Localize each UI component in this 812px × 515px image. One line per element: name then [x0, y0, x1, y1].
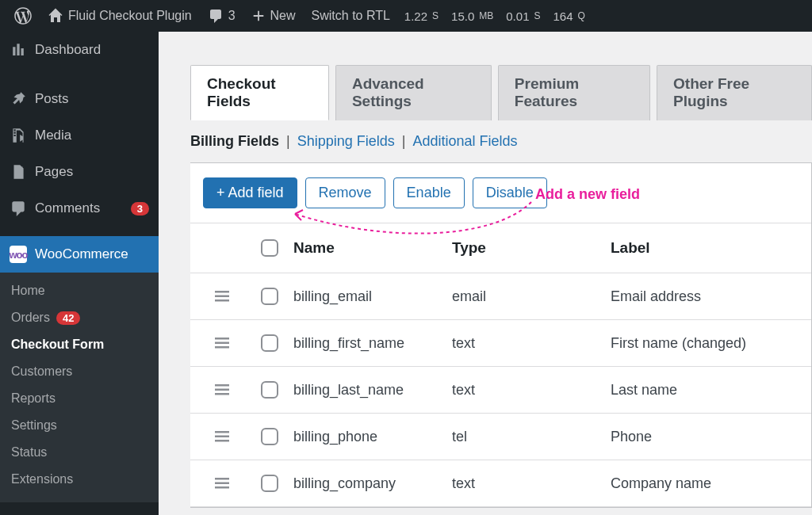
cell-name: billing_last_name	[293, 382, 452, 399]
svg-rect-1	[215, 296, 229, 298]
row-checkbox[interactable]	[261, 334, 278, 352]
remove-button[interactable]: Remove	[305, 177, 385, 208]
sidebar-label: WooCommerce	[35, 246, 149, 262]
sidebar-item-woocommerce[interactable]: woo WooCommerce	[0, 236, 159, 273]
cell-type: text	[452, 475, 611, 492]
comments-badge: 3	[131, 202, 149, 216]
svg-rect-5	[215, 346, 229, 349]
fields-toolbar: + Add field Remove Enable Disable	[190, 163, 811, 223]
wp-logo[interactable]	[8, 0, 38, 32]
tab-premium-features[interactable]: Premium Features	[498, 65, 650, 120]
drag-handle-icon[interactable]	[198, 431, 246, 442]
tab-other-plugins[interactable]: Other Free Plugins	[657, 65, 812, 120]
svg-rect-12	[215, 478, 229, 480]
row-checkbox[interactable]	[261, 288, 278, 305]
select-all-checkbox[interactable]	[261, 239, 278, 257]
dashboard-icon	[10, 41, 27, 59]
tab-advanced-settings[interactable]: Advanced Settings	[335, 65, 492, 120]
svg-rect-6	[215, 384, 229, 387]
submenu-reports[interactable]: Reports	[0, 385, 159, 412]
table-header: Name Type Label	[190, 223, 811, 273]
svg-rect-9	[215, 431, 229, 433]
settings-tabs: Checkout Fields Advanced Settings Premiu…	[159, 32, 812, 120]
cell-name: billing_email	[293, 288, 452, 305]
drag-handle-icon[interactable]	[198, 291, 246, 302]
fields-table: Name Type Label billing_emailemailEmail …	[190, 223, 811, 507]
perf-memory[interactable]: 15.0MB	[446, 0, 498, 32]
table-row[interactable]: billing_emailemailEmail address	[190, 273, 811, 320]
fields-panel: + Add field Remove Enable Disable Name T…	[190, 162, 812, 508]
table-row[interactable]: billing_companytextCompany name	[190, 460, 811, 507]
cell-label: First name (changed)	[611, 335, 803, 352]
home-icon	[48, 8, 63, 24]
woocommerce-submenu: Home Orders 42 Checkout Form Customers R…	[0, 273, 159, 502]
wordpress-icon	[14, 7, 32, 25]
sidebar-item-pages[interactable]: Pages	[0, 154, 159, 190]
table-row[interactable]: billing_first_nametextFirst name (change…	[190, 320, 811, 367]
svg-rect-13	[215, 483, 229, 485]
perf-time[interactable]: 1.22S	[400, 0, 443, 32]
sublink-billing[interactable]: Billing Fields	[190, 133, 279, 149]
orders-badge: 42	[56, 311, 80, 325]
submenu-home[interactable]: Home	[0, 277, 159, 304]
submenu-orders[interactable]: Orders 42	[0, 304, 159, 331]
svg-rect-3	[215, 338, 229, 340]
submenu-settings[interactable]: Settings	[0, 412, 159, 439]
col-label: Label	[611, 239, 803, 257]
tab-checkout-fields[interactable]: Checkout Fields	[190, 65, 329, 120]
svg-rect-11	[215, 440, 229, 442]
sidebar-item-comments[interactable]: Comments 3	[0, 190, 159, 227]
sublink-additional[interactable]: Additional Fields	[413, 133, 518, 149]
svg-rect-2	[215, 299, 229, 302]
svg-rect-7	[215, 389, 229, 391]
row-checkbox[interactable]	[261, 428, 278, 445]
cell-type: tel	[452, 429, 611, 445]
perf-sql-time[interactable]: 0.01S	[501, 0, 545, 32]
cell-type: email	[452, 288, 611, 305]
submenu-checkout-form[interactable]: Checkout Form	[0, 331, 159, 358]
cell-label: Email address	[611, 288, 803, 305]
drag-handle-icon[interactable]	[198, 338, 246, 349]
admin-sidebar: Dashboard Posts Media Pages Comments 3 w…	[0, 32, 159, 515]
table-row[interactable]: billing_last_nametextLast name	[190, 367, 811, 414]
cell-type: text	[452, 335, 611, 352]
comment-icon	[208, 8, 224, 24]
table-row[interactable]: billing_phonetelPhone	[190, 414, 811, 460]
cell-name: billing_company	[293, 475, 452, 492]
cell-name: billing_phone	[293, 429, 452, 445]
svg-rect-0	[215, 291, 229, 293]
svg-rect-10	[215, 436, 229, 438]
col-name: Name	[293, 239, 452, 257]
enable-button[interactable]: Enable	[393, 177, 465, 208]
site-title: Fluid Checkout Plugin	[68, 9, 192, 23]
sidebar-item-dashboard[interactable]: Dashboard	[0, 32, 159, 68]
comments-link[interactable]: 3	[201, 0, 242, 32]
submenu-status[interactable]: Status	[0, 439, 159, 466]
cell-label: Last name	[611, 382, 803, 399]
row-checkbox[interactable]	[261, 475, 278, 492]
pages-icon	[10, 163, 27, 181]
sidebar-label: Posts	[35, 91, 149, 107]
row-checkbox[interactable]	[261, 381, 278, 399]
woocommerce-icon: woo	[10, 246, 27, 263]
new-content-link[interactable]: New	[245, 0, 302, 32]
add-field-button[interactable]: + Add field	[203, 177, 297, 208]
perf-queries[interactable]: 164Q	[549, 0, 590, 32]
submenu-customers[interactable]: Customers	[0, 358, 159, 385]
sidebar-item-media[interactable]: Media	[0, 117, 159, 154]
drag-handle-icon[interactable]	[198, 478, 246, 489]
sidebar-label: Pages	[35, 164, 149, 180]
rtl-switch[interactable]: Switch to RTL	[305, 0, 396, 32]
main-content: Checkout Fields Advanced Settings Premiu…	[159, 32, 812, 515]
cell-name: billing_first_name	[293, 335, 452, 352]
drag-handle-icon[interactable]	[198, 384, 246, 395]
new-label: New	[270, 9, 296, 23]
sublink-shipping[interactable]: Shipping Fields	[297, 133, 395, 149]
sidebar-label: Media	[35, 128, 149, 143]
submenu-extensions[interactable]: Extensions	[0, 466, 159, 493]
svg-rect-4	[215, 342, 229, 345]
sidebar-item-posts[interactable]: Posts	[0, 81, 159, 117]
site-link[interactable]: Fluid Checkout Plugin	[41, 0, 198, 32]
sidebar-label: Dashboard	[35, 42, 149, 58]
cell-type: text	[452, 382, 611, 399]
